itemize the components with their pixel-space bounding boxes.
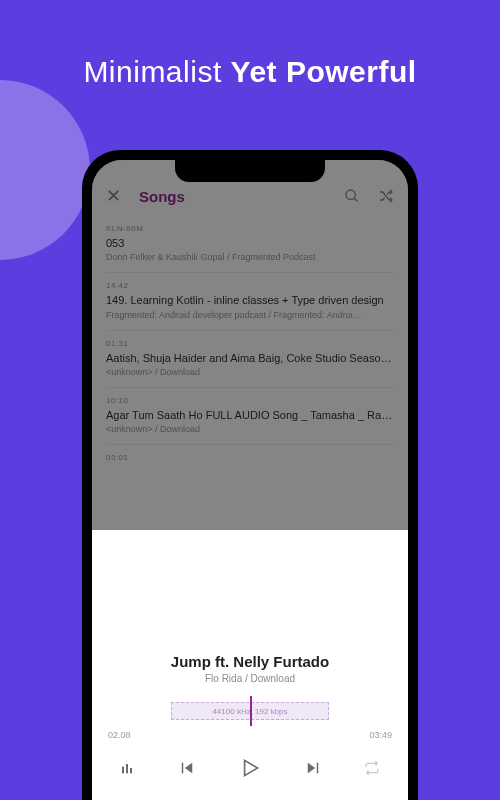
list-item[interactable]: 14.42 149. Learning Kotlin - inline clas…	[106, 273, 394, 330]
svg-point-0	[346, 190, 355, 199]
marketing-bold: Yet Powerful	[231, 55, 417, 88]
song-index: 03:01	[106, 453, 394, 462]
song-index: 10:10	[106, 396, 394, 405]
song-index: KLN-80M	[106, 224, 394, 233]
time-row: 02.08 03:49	[106, 730, 394, 740]
list-item[interactable]: 10:10 Agar Tum Saath Ho FULL AUDIO Song …	[106, 388, 394, 445]
phone-frame: ✕ Songs KLN-80M 053 Donn Felker & Kaushi…	[82, 150, 418, 800]
song-title: Agar Tum Saath Ho FULL AUDIO Song _ Tama…	[106, 408, 394, 422]
phone-screen: ✕ Songs KLN-80M 053 Donn Felker & Kaushi…	[92, 160, 408, 800]
phone-notch	[175, 160, 325, 182]
previous-icon[interactable]	[175, 756, 199, 780]
now-playing-panel: Jump ft. Nelly Furtado Flo Rida / Downlo…	[92, 639, 408, 800]
progress-scrubber[interactable]: 44100 kHz, 192 kbps	[106, 696, 394, 726]
song-meta: <unknown> / Download	[106, 424, 394, 434]
now-playing-title: Jump ft. Nelly Furtado	[106, 653, 394, 670]
list-item[interactable]: KLN-80M 053 Donn Felker & Kaushik Gopal …	[106, 216, 394, 273]
repeat-icon[interactable]	[360, 756, 384, 780]
song-index: 14.42	[106, 281, 394, 290]
marketing-light: Minimalist	[83, 55, 221, 88]
song-title: 053	[106, 236, 394, 250]
song-meta: <unknown> / Download	[106, 367, 394, 377]
svg-rect-5	[182, 763, 184, 774]
svg-line-1	[354, 198, 357, 201]
search-icon[interactable]	[344, 188, 360, 204]
marketing-headline: Minimalist Yet Powerful	[0, 55, 500, 89]
list-item[interactable]: 01:31 Aatish, Shuja Haider and Aima Baig…	[106, 331, 394, 388]
song-meta: Donn Felker & Kaushik Gopal / Fragmented…	[106, 252, 394, 262]
song-title: 149. Learning Kotlin - inline classes + …	[106, 293, 394, 307]
player-controls	[106, 752, 394, 784]
song-index: 01:31	[106, 339, 394, 348]
play-icon[interactable]	[234, 752, 266, 784]
song-list: KLN-80M 053 Donn Felker & Kaushik Gopal …	[92, 216, 408, 475]
header-title: Songs	[139, 188, 344, 205]
svg-rect-2	[122, 767, 124, 774]
total-time: 03:49	[369, 730, 392, 740]
list-item[interactable]: 03:01	[106, 445, 394, 475]
progress-marker	[250, 696, 252, 726]
song-meta: Fragmented: Android developer podcast / …	[106, 310, 394, 320]
svg-rect-4	[130, 768, 132, 773]
equalizer-icon[interactable]	[116, 756, 140, 780]
close-icon[interactable]: ✕	[106, 187, 121, 205]
now-playing-meta: Flo Rida / Download	[106, 673, 394, 684]
svg-rect-6	[317, 763, 319, 774]
shuffle-icon[interactable]	[378, 188, 394, 204]
current-time: 02.08	[108, 730, 131, 740]
svg-rect-3	[126, 764, 128, 773]
song-title: Aatish, Shuja Haider and Aima Baig, Coke…	[106, 351, 394, 365]
next-icon[interactable]	[301, 756, 325, 780]
